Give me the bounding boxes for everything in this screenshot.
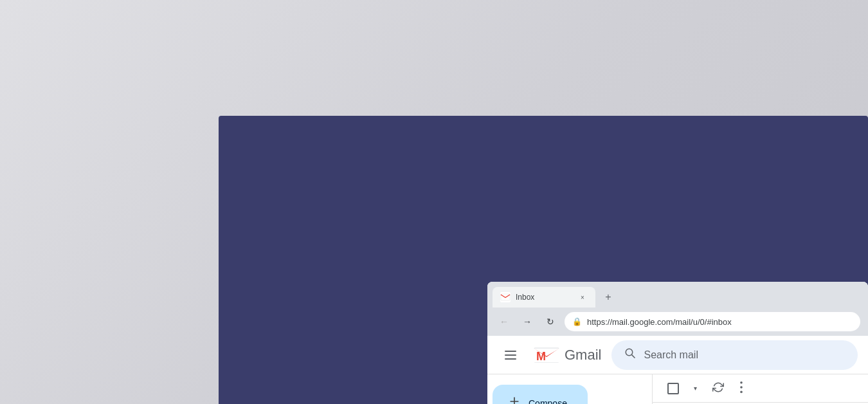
hamburger-line-2 (505, 354, 516, 356)
gmail-app: M Gmail Search mail (487, 336, 868, 404)
back-icon: ← (500, 317, 509, 327)
tab-title: Inbox (516, 293, 572, 302)
forward-icon: → (523, 317, 532, 327)
refresh-button[interactable] (708, 378, 728, 399)
svg-point-10 (740, 386, 743, 389)
checkbox-icon (667, 383, 679, 394)
svg-text:M: M (536, 350, 546, 363)
browser-window: Inbox × + ← → ↻ 🔒 https://mail.google (487, 282, 868, 404)
browser-tab-inbox[interactable]: Inbox × (493, 287, 595, 308)
svg-line-6 (632, 355, 635, 358)
gmail-logo: M Gmail (534, 345, 601, 365)
more-options-button[interactable] (731, 378, 752, 399)
hamburger-line-3 (505, 358, 516, 360)
hamburger-menu-button[interactable] (498, 342, 523, 368)
tab-close-button[interactable]: × (577, 292, 588, 302)
url-bar[interactable]: 🔒 https://mail.google.com/mail/u/0/#inbo… (565, 312, 860, 331)
reload-icon: ↻ (547, 317, 554, 327)
address-bar: ← → ↻ 🔒 https://mail.google.com/mail/u/0… (487, 308, 868, 336)
gmail-m-icon: M (534, 345, 559, 365)
reload-button[interactable]: ↻ (541, 313, 559, 331)
email-toolbar: ▾ (653, 374, 868, 403)
gmail-header: M Gmail Search mail (487, 336, 868, 374)
browser-chrome: Inbox × + ← → ↻ 🔒 https://mail.google (487, 282, 868, 336)
lock-icon: 🔒 (572, 317, 582, 326)
chevron-down-icon: ▾ (694, 385, 697, 392)
gmail-sidebar: Compose Inbox (487, 374, 652, 404)
select-dropdown-button[interactable]: ▾ (685, 378, 705, 399)
select-all-area: ▾ (663, 378, 705, 399)
url-text: https://mail.google.com/mail/u/0/#inbox (587, 317, 732, 327)
hamburger-line-1 (505, 351, 516, 352)
gmail-body: Compose Inbox (487, 374, 868, 404)
new-tab-button[interactable]: + (599, 288, 617, 306)
forward-button[interactable]: → (518, 313, 536, 331)
tab-bar: Inbox × + (487, 282, 868, 308)
compose-plus-icon (508, 395, 521, 404)
gmail-favicon (500, 292, 511, 302)
svg-point-5 (626, 349, 633, 356)
svg-point-11 (740, 390, 743, 393)
compose-button[interactable]: Compose (493, 385, 588, 404)
refresh-icon (712, 381, 724, 396)
svg-point-9 (740, 381, 743, 384)
back-button[interactable]: ← (495, 313, 513, 331)
gmail-text: Gmail (565, 347, 601, 363)
search-box[interactable]: Search mail (611, 340, 858, 370)
gmail-main: ▾ (652, 374, 868, 404)
monitor-frame: Inbox × + ← → ↻ 🔒 https://mail.google (219, 116, 868, 404)
compose-label: Compose (529, 398, 567, 404)
search-icon (624, 347, 636, 362)
plus-icon (508, 395, 521, 404)
search-placeholder: Search mail (644, 349, 698, 361)
select-all-checkbox[interactable] (663, 378, 683, 399)
more-options-icon (740, 381, 743, 396)
